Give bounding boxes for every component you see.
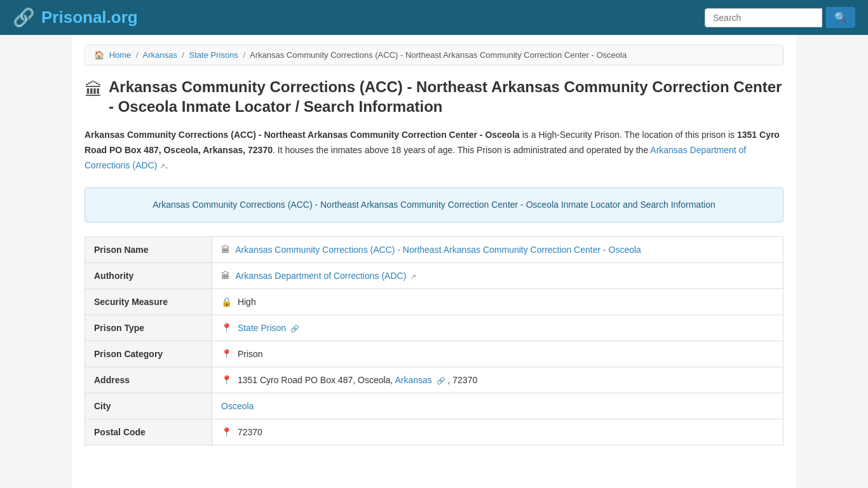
prison-category-value: Prison	[238, 349, 263, 359]
table-value: 🏛 Arkansas Community Corrections (ACC) -…	[212, 236, 783, 262]
table-value: 🔒 High	[212, 288, 783, 315]
address-prefix: 1351 Cyro Road PO Box 487, Osceola,	[238, 375, 395, 385]
prison-name-icon: 🏛	[221, 245, 230, 255]
breadcrumb-state-prisons[interactable]: State Prisons	[189, 50, 238, 60]
table-label: City	[85, 393, 212, 419]
info-box-text: Arkansas Community Corrections (ACC) - N…	[153, 200, 715, 210]
address-icon: 📍	[221, 375, 232, 385]
security-icon: 🔒	[221, 297, 232, 307]
prison-type-icon: 📍	[221, 323, 232, 333]
prison-category-icon: 📍	[221, 349, 232, 359]
table-label: Prison Type	[85, 315, 212, 341]
table-row: Prison Category 📍 Prison	[85, 341, 783, 367]
prison-name-link[interactable]: Arkansas Community Corrections (ACC) - N…	[235, 245, 641, 255]
address-zip: , 72370	[448, 375, 478, 385]
security-value: High	[238, 297, 256, 307]
table-label: Prison Category	[85, 341, 212, 367]
postal-value: 72370	[238, 427, 262, 437]
table-row: Security Measure 🔒 High	[85, 288, 783, 315]
page-title-area: 🏛 Arkansas Community Corrections (ACC) -…	[85, 77, 783, 116]
table-value: 📍 72370	[212, 419, 783, 445]
breadcrumb: 🏠 Home / Arkansas / State Prisons / Arka…	[85, 44, 783, 65]
table-row: City Osceola	[85, 393, 783, 419]
chain-icon: 🔗	[290, 325, 299, 332]
authority-icon: 🏛	[221, 271, 230, 281]
info-table: Prison Name 🏛 Arkansas Community Correct…	[85, 236, 783, 445]
main-content: 🏠 Home / Arkansas / State Prisons / Arka…	[72, 35, 796, 488]
prison-icon: 🏛	[85, 79, 102, 100]
address-link-icon: 🔗	[437, 377, 445, 384]
prison-name-bold: Arkansas Community Corrections (ACC) - N…	[85, 130, 520, 140]
logo-text: Prisonal.org	[41, 8, 138, 27]
description: Arkansas Community Corrections (ACC) - N…	[85, 128, 783, 173]
table-row: Prison Name 🏛 Arkansas Community Correct…	[85, 236, 783, 262]
city-link[interactable]: Osceola	[221, 401, 254, 411]
info-box: Arkansas Community Corrections (ACC) - N…	[85, 187, 783, 222]
postal-icon: 📍	[221, 427, 232, 437]
table-label: Address	[85, 367, 212, 393]
table-row: Authority 🏛 Arkansas Department of Corre…	[85, 262, 783, 288]
breadcrumb-arkansas[interactable]: Arkansas	[142, 50, 177, 60]
search-button[interactable]: 🔍	[826, 7, 855, 28]
breadcrumb-home[interactable]: Home	[109, 50, 132, 60]
table-label: Prison Name	[85, 236, 212, 262]
authority-link[interactable]: Arkansas Department of Corrections (ADC)	[235, 271, 406, 281]
table-label: Postal Code	[85, 419, 212, 445]
page-title: Arkansas Community Corrections (ACC) - N…	[109, 77, 783, 116]
table-label: Security Measure	[85, 288, 212, 315]
table-value: 📍 1351 Cyro Road PO Box 487, Osceola, Ar…	[212, 367, 783, 393]
table-value: Osceola	[212, 393, 783, 419]
site-header: 🔗 Prisonal.org 🔍	[0, 0, 868, 35]
table-row: Prison Type 📍 State Prison 🔗	[85, 315, 783, 341]
table-value: 📍 State Prison 🔗	[212, 315, 783, 341]
address-state-link[interactable]: Arkansas	[395, 375, 431, 385]
table-row: Postal Code 📍 72370	[85, 419, 783, 445]
table-value: 📍 Prison	[212, 341, 783, 367]
table-row: Address 📍 1351 Cyro Road PO Box 487, Osc…	[85, 367, 783, 393]
prison-type-link[interactable]: State Prison	[238, 323, 286, 333]
search-area: 🔍	[705, 7, 855, 28]
logo[interactable]: 🔗 Prisonal.org	[13, 7, 138, 28]
search-input[interactable]	[705, 8, 822, 27]
ext-link-icon: ↗	[410, 273, 416, 280]
logo-icon: 🔗	[13, 7, 35, 28]
breadcrumb-current: Arkansas Community Corrections (ACC) - N…	[250, 50, 627, 60]
table-value: 🏛 Arkansas Department of Corrections (AD…	[212, 262, 783, 288]
table-label: Authority	[85, 262, 212, 288]
